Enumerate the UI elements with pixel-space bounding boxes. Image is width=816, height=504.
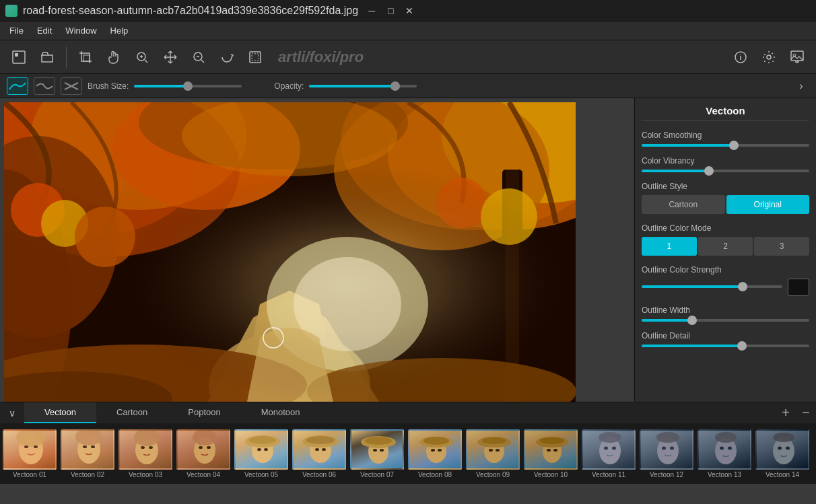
maximize-button[interactable]: □ <box>382 4 399 17</box>
export-icon <box>790 50 805 65</box>
svg-point-54 <box>149 446 153 449</box>
mode-3-button[interactable]: 3 <box>754 237 809 256</box>
brush-tool-3[interactable] <box>61 77 82 95</box>
svg-point-66 <box>306 436 335 444</box>
thumbnail-vectoon-07[interactable]: Vectoon 07 <box>349 429 405 478</box>
outline-color-strength-slider[interactable] <box>642 285 782 289</box>
canvas-button[interactable] <box>7 45 31 69</box>
cartoon-style-button[interactable]: Cartoon <box>642 195 725 214</box>
opacity-label: Opacity: <box>274 81 304 91</box>
thumb-img-13 <box>699 431 753 471</box>
thumbnail-vectoon-03[interactable]: Vectoon 03 <box>117 429 174 478</box>
rotate-button[interactable] <box>215 45 239 69</box>
thumbnail-vectoon-04[interactable]: Vectoon 04 <box>175 429 232 478</box>
menu-window[interactable]: Window <box>59 23 103 38</box>
fit-icon <box>248 50 263 65</box>
menu-edit[interactable]: Edit <box>30 23 59 38</box>
thumbnail-vectoon-09[interactable]: Vectoon 09 <box>465 429 521 478</box>
info-button[interactable]: i <box>728 45 753 69</box>
zoom-out-button[interactable] <box>186 45 211 69</box>
image-canvas[interactable] <box>4 102 576 402</box>
move-button[interactable] <box>158 45 182 69</box>
brush-icon-2 <box>35 80 54 92</box>
settings-icon <box>761 50 776 65</box>
svg-point-95 <box>662 446 666 449</box>
expand-tab-button[interactable]: ∨ <box>0 402 24 423</box>
brush-size-slider[interactable] <box>134 85 269 87</box>
thumbnail-vectoon-12[interactable]: Vectoon 12 <box>638 429 695 478</box>
open-button[interactable] <box>35 45 59 69</box>
svg-point-96 <box>670 446 674 449</box>
thumbnail-vectoon-02[interactable]: Vectoon 02 <box>59 429 116 478</box>
color-swatch[interactable] <box>788 279 809 296</box>
thumbnail-vectoon-14[interactable]: Vectoon 14 <box>754 429 811 478</box>
remove-tab-button[interactable]: − <box>796 402 816 423</box>
thumbnail-label-13: Vectoon 13 <box>696 471 753 478</box>
tab-vectoon[interactable]: Vectoon <box>24 402 96 423</box>
outline-width-slider[interactable] <box>642 319 809 322</box>
svg-point-78 <box>438 449 442 452</box>
menu-help[interactable]: Help <box>104 23 135 38</box>
color-vibrancy-slider[interactable] <box>642 170 809 172</box>
opacity-slider[interactable] <box>309 85 444 87</box>
hand-button[interactable] <box>102 45 126 69</box>
svg-point-83 <box>496 449 500 452</box>
svg-point-86 <box>540 437 564 444</box>
export-button[interactable] <box>785 45 809 69</box>
add-tab-button[interactable]: + <box>776 402 796 423</box>
svg-point-68 <box>322 448 326 451</box>
thumbnail-vectoon-05[interactable]: Vectoon 05 <box>233 429 290 478</box>
svg-point-98 <box>715 432 737 443</box>
thumb-img-7 <box>351 431 405 471</box>
thumb-img-10 <box>525 431 579 471</box>
svg-point-88 <box>553 449 557 452</box>
mode-2-button[interactable]: 2 <box>698 237 753 256</box>
brush-tool-1[interactable] <box>7 77 28 95</box>
panel-expand-button[interactable]: › <box>793 78 809 94</box>
outline-color-mode-group: 1 2 3 <box>642 237 809 256</box>
tab-poptoon[interactable]: Poptoon <box>168 402 240 423</box>
outline-color-mode-label: Outline Color Mode <box>642 223 809 233</box>
outline-detail-slider[interactable] <box>642 345 809 347</box>
mode-1-button[interactable]: 1 <box>642 237 697 256</box>
color-smoothing-slider[interactable] <box>642 144 809 147</box>
svg-point-100 <box>728 446 732 449</box>
tab-monotoon[interactable]: Monotoon <box>241 402 320 423</box>
thumbnail-vectoon-01[interactable]: Vectoon 01 <box>1 429 58 478</box>
thumbnail-vectoon-11[interactable]: Vectoon 11 <box>580 429 637 478</box>
menu-file[interactable]: File <box>3 23 30 38</box>
canvas-area <box>0 98 634 402</box>
svg-point-87 <box>547 449 551 452</box>
close-button[interactable]: ✕ <box>401 4 417 17</box>
fit-button[interactable] <box>243 45 267 69</box>
toolbar: artli/foxi/pro i <box>0 40 816 74</box>
toolbar-separator <box>66 47 67 67</box>
hand-icon <box>106 50 121 65</box>
zoom-in-button[interactable] <box>130 45 154 69</box>
svg-point-82 <box>489 449 493 452</box>
outline-width-section: Outline Width <box>642 305 809 322</box>
outline-width-label: Outline Width <box>642 305 809 315</box>
svg-point-76 <box>423 437 449 445</box>
outline-style-group: Cartoon Original <box>642 195 809 214</box>
brush-tool-2[interactable] <box>34 77 55 95</box>
thumb-img-12 <box>641 431 695 471</box>
minimize-button[interactable]: ─ <box>364 4 380 17</box>
settings-button[interactable] <box>757 45 781 69</box>
svg-point-103 <box>778 446 782 449</box>
svg-point-67 <box>315 448 319 451</box>
thumbnail-vectoon-06[interactable]: Vectoon 06 <box>291 429 347 478</box>
svg-point-99 <box>720 446 724 449</box>
thumbnail-label-05: Vectoon 05 <box>233 471 290 478</box>
crop-button[interactable] <box>73 45 98 69</box>
thumb-img-3 <box>120 431 174 471</box>
thumbnail-vectoon-10[interactable]: Vectoon 10 <box>522 429 579 478</box>
svg-point-94 <box>656 432 679 443</box>
thumbnail-vectoon-08[interactable]: Vectoon 08 <box>407 429 463 478</box>
svg-point-53 <box>141 446 145 449</box>
thumbnail-vectoon-13[interactable]: Vectoon 13 <box>696 429 753 478</box>
tab-cartoon[interactable]: Cartoon <box>96 402 168 423</box>
original-style-button[interactable]: Original <box>726 195 810 214</box>
thumbnail-label-06: Vectoon 06 <box>291 471 347 478</box>
color-vibrancy-label: Color Vibrancy <box>642 156 809 166</box>
